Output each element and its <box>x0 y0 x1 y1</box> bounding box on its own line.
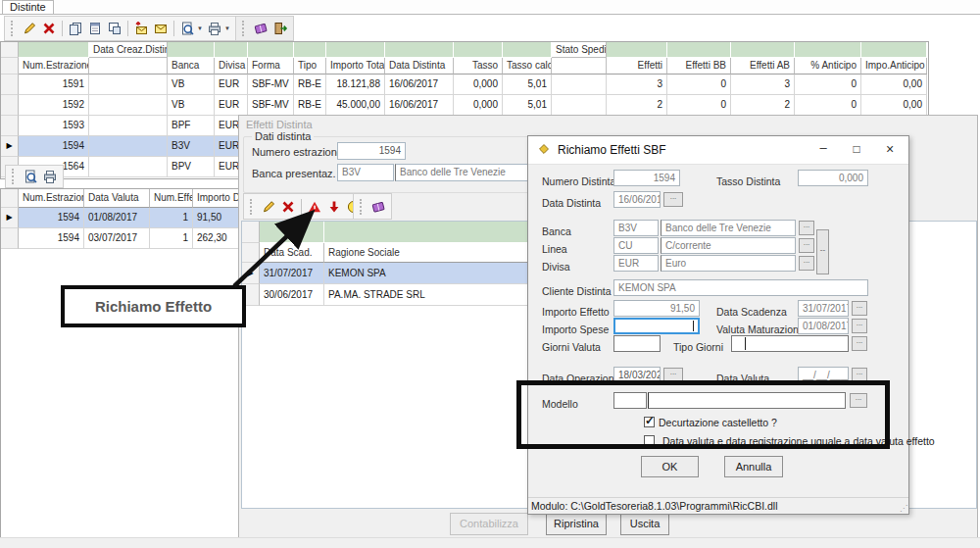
dropdown-arrow-icon[interactable]: ▼ <box>224 25 230 31</box>
cell: EUR <box>215 75 248 95</box>
exit-icon[interactable] <box>270 19 290 38</box>
table-row[interactable]: 1591VBEURSBF-MVRB-E18.121,8816/06/20170,… <box>1 75 928 95</box>
recall-down-arrow-icon[interactable] <box>324 197 344 217</box>
data-distinta-browse-button[interactable]: ... <box>663 192 683 207</box>
richiamo-statusbar: Modulo: C:\GoldTesoreria8.1.03\Programmi… <box>528 497 908 514</box>
print-icon[interactable] <box>40 167 60 186</box>
window-copy-icon[interactable] <box>105 19 124 38</box>
mail-icon[interactable] <box>151 19 171 38</box>
scadenze-grid[interactable]: Num.EstrazioneData ValutaNum.EffettiImpo… <box>0 188 258 538</box>
header-cell: Data Distinta <box>385 58 454 75</box>
row-marker <box>1 189 19 208</box>
help-book-icon[interactable] <box>251 19 270 38</box>
banca-presentaz-code-field[interactable]: B3V <box>337 164 394 181</box>
annulla-button[interactable]: Annulla <box>724 456 783 477</box>
table-row[interactable]: 159403/07/20171262,30 <box>1 228 257 249</box>
banca-name-field[interactable]: Banco delle Tre Venezie <box>661 220 796 236</box>
divisa-browse-button[interactable]: ... <box>799 256 814 271</box>
maximize-icon[interactable]: □ <box>840 136 873 164</box>
banca-browse-button[interactable]: ... <box>799 221 814 235</box>
copy-icon[interactable] <box>66 19 85 38</box>
header-cell: Data Valuta <box>84 189 150 208</box>
importo-effetto-field[interactable]: 91,50 <box>613 300 700 317</box>
data-distinta-field[interactable]: 16/06/2017 <box>613 191 661 208</box>
cliente-distinta-field[interactable]: KEMON SPA <box>613 279 868 296</box>
data-scadenza-browse-button[interactable]: ... <box>852 301 867 316</box>
dropdown-arrow-icon[interactable]: ▼ <box>197 25 203 31</box>
ok-button[interactable]: OK <box>641 456 699 477</box>
print-icon[interactable] <box>205 19 224 38</box>
numero-distinta-field[interactable]: 1594 <box>613 170 680 186</box>
divisa-code-field[interactable]: EUR <box>613 255 659 272</box>
cell: 1594 <box>19 208 84 228</box>
toolbar-grip-icon <box>12 169 17 184</box>
cell: 0,000 <box>454 75 503 95</box>
delete-icon[interactable] <box>39 19 59 38</box>
cell: 01/08/2017 <box>84 208 150 228</box>
giorni-valuta-label: Giorni Valuta <box>542 341 601 353</box>
richiamo-effetti-sbf-dialog: Richiamo Effetti SBF – □ × Numero Distin… <box>527 135 909 515</box>
lower-toolbar-panel <box>5 165 64 188</box>
valuta-maturazione-browse-button[interactable]: ... <box>852 319 867 333</box>
side-expand-button[interactable]: -- <box>816 229 829 274</box>
divisa-label: Divisa <box>542 261 570 273</box>
valuta-maturazione-field[interactable]: 01/08/2017 <box>798 318 849 334</box>
tipo-giorni-combo[interactable] <box>731 335 849 352</box>
table-row[interactable]: 1592VBEURSBF-MVRB-E45.000,0016/06/20170,… <box>1 95 928 116</box>
data-scadenza-field[interactable]: 31/07/2017 <box>798 300 849 317</box>
cell: Data Creaz.Distinta <box>89 42 168 58</box>
uscita-button[interactable]: Uscita <box>620 513 669 535</box>
banca-code-field[interactable]: B3V <box>613 220 659 236</box>
cell <box>326 42 385 58</box>
linea-browse-button[interactable]: ... <box>799 238 814 253</box>
header-cell: Banca <box>168 58 215 75</box>
header-cell: Forma <box>248 58 294 75</box>
column-header-row[interactable]: Num.EstrazioneBancaDivisaFormaTipoImport… <box>1 58 928 75</box>
cell <box>454 42 503 58</box>
toolbar-separator <box>62 21 63 36</box>
richiamo-titlebar[interactable]: Richiamo Effetti SBF – □ × <box>528 136 908 165</box>
tasso-distinta-field[interactable]: 0,000 <box>798 170 868 186</box>
mail-export-icon[interactable] <box>131 19 151 38</box>
giorni-valuta-field[interactable] <box>613 335 661 352</box>
importo-spese-field[interactable] <box>613 318 700 334</box>
minimize-icon[interactable]: – <box>807 136 840 164</box>
cell <box>607 42 667 58</box>
edit-icon[interactable] <box>259 197 278 217</box>
delete-icon[interactable] <box>278 197 298 217</box>
edit-icon[interactable] <box>20 19 39 38</box>
header-cell: Ragione Sociale <box>324 243 550 263</box>
resize-grip[interactable]: ⋰ <box>900 504 907 513</box>
cell: 3 <box>607 75 667 95</box>
banca-presentaz-label: Banca presentaz. <box>252 168 336 179</box>
tipo-giorni-browse-button[interactable]: ... <box>852 336 867 351</box>
cell: RB-E <box>294 75 326 95</box>
numero-estrazione-field[interactable]: 1594 <box>337 142 406 160</box>
ripristina-button[interactable]: Ripristina <box>546 513 607 535</box>
cell <box>795 42 861 58</box>
close-icon[interactable]: × <box>873 136 906 164</box>
valuta-maturazione-label: Valuta Maturazione <box>716 324 805 335</box>
row-marker <box>1 95 19 116</box>
linea-code-field[interactable]: CU <box>613 237 659 254</box>
print-preview-icon[interactable] <box>21 167 40 186</box>
warning-triangle-icon[interactable] <box>305 197 324 217</box>
linea-name-field[interactable]: C/corrente <box>661 237 796 254</box>
importo-spese-label: Importo Spese <box>542 324 609 335</box>
print-preview-icon[interactable] <box>177 19 197 38</box>
diamond-icon <box>537 142 551 158</box>
help-book-icon[interactable] <box>368 197 388 217</box>
selected-row-marker-icon: ▶ <box>1 136 19 157</box>
properties-icon[interactable] <box>85 19 105 38</box>
cell: 16/06/2017 <box>385 95 454 116</box>
table-row[interactable]: ▶159401/08/2017191,50 <box>1 208 257 228</box>
cell: 0 <box>667 75 731 95</box>
column-header-row[interactable]: Num.EstrazioneData ValutaNum.EffettiImpo… <box>1 189 257 208</box>
cell: 18.121,88 <box>326 75 385 95</box>
cell <box>248 42 294 58</box>
contabilizza-button[interactable]: Contabilizza <box>450 513 528 535</box>
divisa-name-field[interactable]: Euro <box>661 255 796 272</box>
tab-distinte[interactable]: Distinte <box>2 0 54 14</box>
combo-caret <box>745 337 746 350</box>
row-marker <box>1 228 19 249</box>
